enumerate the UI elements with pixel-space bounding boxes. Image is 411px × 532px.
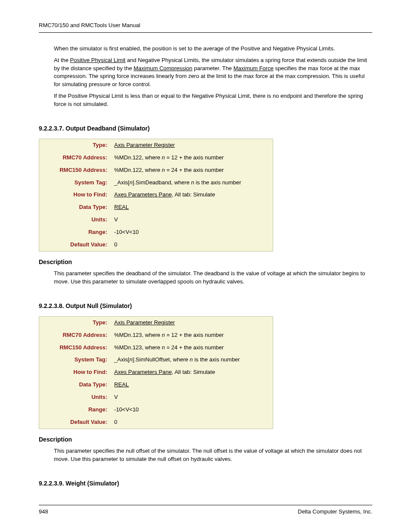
- text-italic: n: [162, 344, 165, 351]
- value-dtype: REAL: [111, 201, 273, 214]
- param-table-null: Type: Axis Parameter Register RMC70 Addr…: [39, 316, 273, 429]
- text-italic: n: [162, 332, 165, 338]
- label-rmc150: RMC150 Address:: [39, 164, 111, 177]
- real-link[interactable]: REAL: [114, 204, 129, 210]
- text-italic: n: [128, 167, 131, 173]
- table-row: Default Value: 0: [39, 416, 273, 429]
- text: = 12 + the axis number: [165, 332, 224, 338]
- axis-parameter-register-link[interactable]: Axis Parameter Register: [114, 319, 175, 326]
- label-rmc70: RMC70 Address:: [39, 152, 111, 164]
- description-heading: Description: [39, 435, 372, 444]
- text: = 12 + the axis number: [165, 154, 224, 161]
- value-type: Axis Parameter Register: [111, 139, 273, 152]
- table-row: Data Type: REAL: [39, 201, 273, 214]
- section-heading-output-null: 9.2.2.3.8. Output Null (Simulator): [39, 302, 372, 310]
- value-rmc70: %MDn.123, where n = 12 + the axis number: [111, 329, 273, 342]
- text-italic: n: [128, 332, 131, 338]
- label-default: Default Value:: [39, 239, 111, 251]
- text: _Axis[: [114, 356, 129, 363]
- axes-parameters-pane-link[interactable]: Axes Parameters Pane: [114, 369, 172, 375]
- label-units: Units:: [39, 214, 111, 226]
- label-range: Range:: [39, 404, 111, 416]
- text: , All tab: Simulate: [172, 369, 215, 375]
- label-type: Type:: [39, 139, 111, 152]
- text-italic: n: [162, 167, 165, 173]
- text: .122, where: [131, 154, 162, 161]
- value-systag: _Axis[n].SimDeadband, where n is the axi…: [111, 177, 273, 189]
- text: .122, where: [131, 167, 162, 173]
- label-dtype: Data Type:: [39, 201, 111, 214]
- label-range: Range:: [39, 226, 111, 239]
- value-systag: _Axis[n].SimNullOffset, where n is the a…: [111, 354, 273, 366]
- page-header: RMC70/150 and RMCTools User Manual: [39, 22, 372, 33]
- text-italic: n: [191, 179, 194, 186]
- maximum-force-link[interactable]: Maximum Force: [234, 65, 274, 72]
- text: %MD: [114, 167, 128, 173]
- table-row: System Tag: _Axis[n].SimDeadband, where …: [39, 177, 273, 189]
- value-units: V: [111, 391, 273, 404]
- section-heading-weight: 9.2.2.3.9. Weight (Simulator): [39, 479, 372, 488]
- text: = 24 + the axis number: [165, 167, 224, 173]
- table-row: Units: V: [39, 391, 273, 404]
- intro-paragraph-3: If the Positive Physical Limit is less t…: [54, 92, 372, 109]
- label-default: Default Value:: [39, 416, 111, 429]
- positive-physical-limit-link[interactable]: Positive Physical Limit: [70, 57, 126, 63]
- maximum-compression-link[interactable]: Maximum Compression: [134, 65, 193, 72]
- table-row: Default Value: 0: [39, 239, 273, 251]
- text: ].SimDeadband, where: [133, 179, 191, 186]
- intro-paragraph-1: When the simulator is first enabled, the…: [54, 45, 372, 53]
- axes-parameters-pane-link[interactable]: Axes Parameters Pane: [114, 191, 172, 198]
- value-rmc150: %MDn.123, where n = 24 + the axis number: [111, 342, 273, 354]
- text: , All tab: Simulate: [172, 191, 215, 198]
- table-row: Data Type: REAL: [39, 379, 273, 391]
- table-row: How to Find: Axes Parameters Pane, All t…: [39, 189, 273, 201]
- description-text: This parameter specifies the deadband of…: [54, 270, 372, 286]
- page-footer: 948 Delta Computer Systems, Inc.: [39, 505, 372, 516]
- label-howto: How to Find:: [39, 189, 111, 201]
- text: is the axis number: [193, 356, 240, 363]
- table-row: Range: -10<V<10: [39, 226, 273, 239]
- value-range: -10<V<10: [111, 404, 273, 416]
- text: .123, where: [131, 332, 162, 338]
- description-text: This parameter specifies the null offset…: [54, 447, 372, 464]
- text-italic: n: [129, 356, 132, 363]
- text: parameter. The: [193, 65, 234, 72]
- text: %MD: [114, 332, 128, 338]
- intro-paragraph-2: At the Positive Physical Limit and Negat…: [54, 56, 372, 89]
- text: At the: [54, 57, 70, 63]
- table-row: How to Find: Axes Parameters Pane, All t…: [39, 366, 273, 379]
- real-link[interactable]: REAL: [114, 381, 129, 388]
- value-default: 0: [111, 416, 273, 429]
- text-italic: n: [128, 154, 131, 161]
- value-howto: Axes Parameters Pane, All tab: Simulate: [111, 189, 273, 201]
- text-italic: n: [190, 356, 193, 363]
- param-table-deadband: Type: Axis Parameter Register RMC70 Addr…: [39, 139, 273, 252]
- label-howto: How to Find:: [39, 366, 111, 379]
- table-row: RMC150 Address: %MDn.123, where n = 24 +…: [39, 342, 273, 354]
- text: = 24 + the axis number: [165, 344, 224, 351]
- text: %MD: [114, 154, 128, 161]
- label-units: Units:: [39, 391, 111, 404]
- text: is the axis number: [194, 179, 241, 186]
- table-row: Type: Axis Parameter Register: [39, 316, 273, 329]
- page-number: 948: [39, 508, 48, 516]
- axis-parameter-register-link[interactable]: Axis Parameter Register: [114, 142, 175, 148]
- label-dtype: Data Type:: [39, 379, 111, 391]
- value-rmc70: %MDn.122, where n = 12 + the axis number: [111, 152, 273, 164]
- value-range: -10<V<10: [111, 226, 273, 239]
- table-row: RMC70 Address: %MDn.122, where n = 12 + …: [39, 152, 273, 164]
- text-italic: n: [162, 154, 165, 161]
- label-type: Type:: [39, 316, 111, 329]
- value-units: V: [111, 214, 273, 226]
- text: _Axis[: [114, 179, 129, 186]
- text-italic: n: [129, 179, 132, 186]
- table-row: RMC70 Address: %MDn.123, where n = 12 + …: [39, 329, 273, 342]
- table-row: RMC150 Address: %MDn.122, where n = 24 +…: [39, 164, 273, 177]
- description-heading: Description: [39, 258, 372, 266]
- section-heading-output-deadband: 9.2.2.3.7. Output Deadband (Simulator): [39, 124, 372, 133]
- table-row: System Tag: _Axis[n].SimNullOffset, wher…: [39, 354, 273, 366]
- label-systag: System Tag:: [39, 177, 111, 189]
- value-rmc150: %MDn.122, where n = 24 + the axis number: [111, 164, 273, 177]
- table-row: Range: -10<V<10: [39, 404, 273, 416]
- label-rmc70: RMC70 Address:: [39, 329, 111, 342]
